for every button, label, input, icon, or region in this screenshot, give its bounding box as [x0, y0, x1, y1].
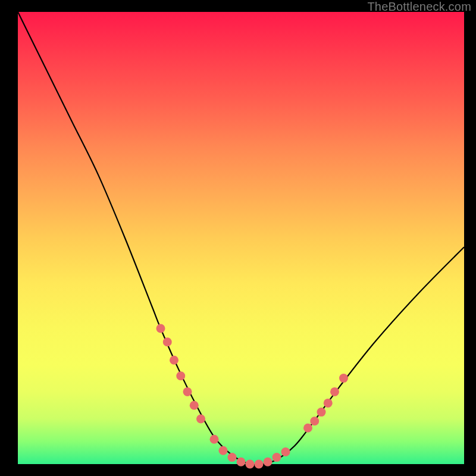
marker-dot [237, 458, 246, 466]
marker-dot [228, 453, 237, 462]
marker-dot [176, 371, 185, 380]
curve-layer [18, 12, 464, 465]
marker-dot [196, 415, 205, 424]
marker-dot [170, 356, 178, 365]
marker-dot [163, 337, 172, 346]
marker-dot [190, 401, 199, 410]
marker-dot [324, 399, 333, 408]
chart-svg [18, 12, 464, 464]
marker-dot [255, 460, 264, 469]
highlight-markers [156, 324, 349, 469]
marker-dot [219, 446, 228, 455]
marker-dot [210, 435, 219, 444]
marker-dot [317, 408, 326, 416]
marker-dot [281, 447, 290, 456]
marker-dot [246, 460, 255, 469]
marker-dot [273, 453, 281, 462]
marker-dot [339, 374, 348, 383]
bottleneck-curve [18, 12, 464, 465]
chart-frame: TheBottleneck.com [0, 0, 476, 476]
marker-dot [303, 424, 312, 433]
marker-dot [310, 416, 319, 425]
marker-dot [156, 324, 165, 333]
marker-dot [264, 458, 273, 466]
marker-dot [183, 387, 192, 396]
marker-dot [330, 387, 339, 396]
watermark-text: TheBottleneck.com [367, 0, 471, 14]
